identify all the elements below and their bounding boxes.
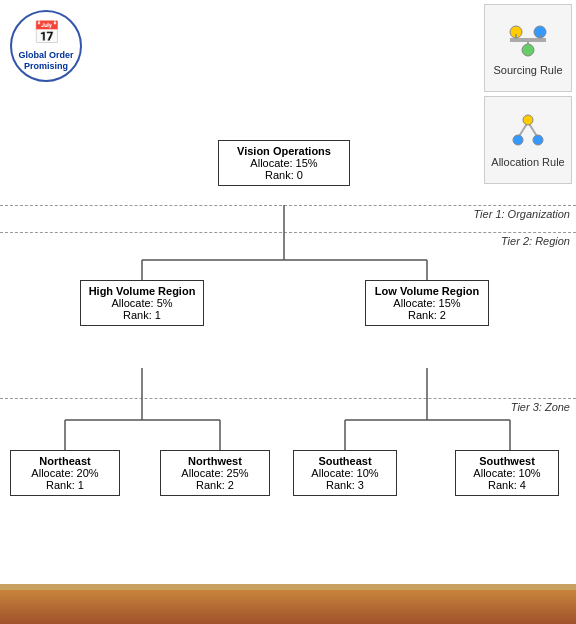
node-leaf1-rank: Rank: 1 <box>46 479 84 491</box>
sourcing-rule-label: Sourcing Rule <box>493 64 562 76</box>
node-mid-left-rank: Rank: 1 <box>123 309 161 321</box>
node-leaf2-allocate: Allocate: 25% <box>181 467 248 479</box>
node-mid-left[interactable]: High Volume Region Allocate: 5% Rank: 1 <box>80 280 204 326</box>
node-leaf2[interactable]: Northwest Allocate: 25% Rank: 2 <box>160 450 270 496</box>
right-panel: Sourcing Rule Allocation Rule <box>484 4 572 184</box>
tier3-label: Tier 3: Zone <box>511 401 570 413</box>
node-mid-right[interactable]: Low Volume Region Allocate: 15% Rank: 2 <box>365 280 489 326</box>
logo: 📅 Global Order Promising <box>10 10 82 82</box>
node-root-rank: Rank: 0 <box>265 169 303 181</box>
node-mid-right-rank: Rank: 2 <box>408 309 446 321</box>
allocation-rule-button[interactable]: Allocation Rule <box>484 96 572 184</box>
logo-text: Global Order Promising <box>12 50 80 73</box>
node-leaf4[interactable]: Southwest Allocate: 10% Rank: 4 <box>455 450 559 496</box>
node-leaf2-name: Northwest <box>167 455 263 467</box>
node-leaf3[interactable]: Southeast Allocate: 10% Rank: 3 <box>293 450 397 496</box>
node-mid-right-allocate: Allocate: 15% <box>393 297 460 309</box>
bottom-bar <box>0 590 576 624</box>
main-canvas: 📅 Global Order Promising Sourcing Rule <box>0 0 576 590</box>
allocation-rule-label: Allocation Rule <box>491 156 564 168</box>
node-leaf3-rank: Rank: 3 <box>326 479 364 491</box>
node-leaf2-rank: Rank: 2 <box>196 479 234 491</box>
tier2-line <box>0 232 576 233</box>
node-leaf1-name: Northeast <box>17 455 113 467</box>
svg-point-11 <box>533 135 543 145</box>
node-mid-left-name: High Volume Region <box>87 285 197 297</box>
sourcing-rule-button[interactable]: Sourcing Rule <box>484 4 572 92</box>
node-root-name: Vision Operations <box>225 145 343 157</box>
tier2-label: Tier 2: Region <box>501 235 570 247</box>
allocation-rule-icon <box>508 112 548 152</box>
node-leaf4-name: Southwest <box>462 455 552 467</box>
node-mid-right-name: Low Volume Region <box>372 285 482 297</box>
tier1-line <box>0 205 576 206</box>
node-leaf1[interactable]: Northeast Allocate: 20% Rank: 1 <box>10 450 120 496</box>
node-leaf4-rank: Rank: 4 <box>488 479 526 491</box>
node-leaf3-name: Southeast <box>300 455 390 467</box>
tier1-label: Tier 1: Organization <box>473 208 570 220</box>
node-leaf4-allocate: Allocate: 10% <box>473 467 540 479</box>
node-leaf3-allocate: Allocate: 10% <box>311 467 378 479</box>
node-mid-left-allocate: Allocate: 5% <box>111 297 172 309</box>
svg-point-10 <box>513 135 523 145</box>
svg-point-3 <box>522 44 534 56</box>
svg-point-9 <box>523 115 533 125</box>
node-root[interactable]: Vision Operations Allocate: 15% Rank: 0 <box>218 140 350 186</box>
node-leaf1-allocate: Allocate: 20% <box>31 467 98 479</box>
node-root-allocate: Allocate: 15% <box>250 157 317 169</box>
sourcing-rule-icon <box>508 20 548 60</box>
svg-rect-0 <box>510 38 546 42</box>
logo-icon: 📅 <box>33 19 60 48</box>
tier3-line <box>0 398 576 399</box>
